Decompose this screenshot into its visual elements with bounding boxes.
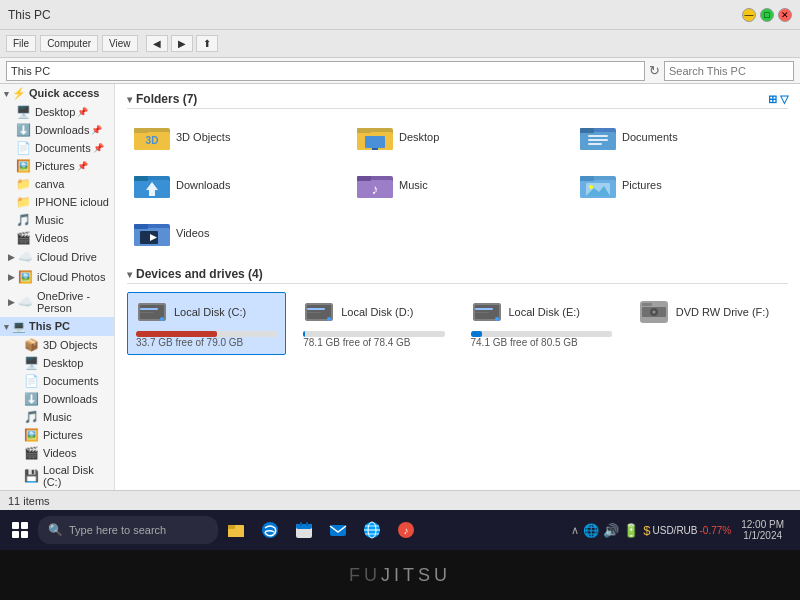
status-text: 11 items <box>8 495 50 507</box>
drive-f-icon <box>638 299 670 325</box>
taskbar-calendar[interactable] <box>288 514 320 546</box>
taskbar-tray: ∧ 🌐 🔊 🔋 $ USD/RUB -0.77% 12:00 PM 1/1/20… <box>565 519 796 541</box>
chevron-icon: ▶ <box>8 272 15 282</box>
sidebar-item-desktop[interactable]: 🖥️Desktop 📌 <box>0 103 114 121</box>
svg-rect-7 <box>365 136 385 148</box>
folder-documents[interactable]: Documents <box>573 117 788 157</box>
folder-music[interactable]: ♪ Music <box>350 165 565 205</box>
nav-forward[interactable]: ▶ <box>171 35 193 52</box>
svg-text:♪: ♪ <box>404 525 409 536</box>
ribbon-view[interactable]: View <box>102 35 138 52</box>
tray-network[interactable]: 🌐 <box>583 523 599 538</box>
sidebar-downloads-sub[interactable]: ⬇️Downloads <box>0 390 114 408</box>
sidebar-icloud-photos[interactable]: ▶ 🖼️iCloud Photos <box>0 267 114 287</box>
folder-3dobjects[interactable]: 3D 3D Objects <box>127 117 342 157</box>
drive-c[interactable]: Local Disk (C:) 33.7 GB free of 79.0 GB <box>127 292 286 355</box>
this-pc-label: 💻 This PC <box>12 320 70 333</box>
address-bar: ↻ <box>0 58 800 84</box>
sidebar-pictures-sub[interactable]: 🖼️Pictures <box>0 426 114 444</box>
sort-icon[interactable]: ⊞ ▽ <box>768 93 788 106</box>
folder-downloads[interactable]: Downloads <box>127 165 342 205</box>
chevron-icon: ▶ <box>8 297 15 307</box>
chevron-icon: ∧ <box>571 524 579 537</box>
drive-f[interactable]: DVD RW Drive (F:) <box>629 292 788 355</box>
sidebar-item-documents[interactable]: 📄Documents 📌 <box>0 139 114 157</box>
search-icon: 🔍 <box>48 523 63 537</box>
tray-sound[interactable]: 🔊 <box>603 523 619 538</box>
sidebar-item-music[interactable]: 🎵Music <box>0 211 114 229</box>
sidebar-item-pictures[interactable]: 🖼️Pictures 📌 <box>0 157 114 175</box>
address-input[interactable] <box>6 61 645 81</box>
nav-back[interactable]: ◀ <box>146 35 168 52</box>
sidebar-icloud-drive[interactable]: ▶ ☁️iCloud Drive <box>0 247 114 267</box>
taskbar-search[interactable]: 🔍 Type here to search <box>38 516 218 544</box>
currency-change: -0.77% <box>700 525 732 536</box>
folder-label: Pictures <box>622 179 662 191</box>
ribbon-file[interactable]: File <box>6 35 36 52</box>
svg-rect-50 <box>475 312 489 313</box>
folder-icon: 📁 <box>16 195 31 209</box>
tray-currency[interactable]: $ USD/RUB -0.77% <box>643 523 731 538</box>
folder-pictures[interactable]: Pictures <box>573 165 788 205</box>
sidebar-item-downloads[interactable]: ⬇️Downloads 📌 <box>0 121 114 139</box>
quick-access-header[interactable]: ▾ ⚡ Quick access <box>0 84 114 103</box>
taskbar-search-text: Type here to search <box>69 524 166 536</box>
folder-icon: 📁 <box>16 177 31 191</box>
ribbon-computer[interactable]: Computer <box>40 35 98 52</box>
sidebar-videos-sub[interactable]: 🎬Videos <box>0 444 114 462</box>
taskbar-music[interactable]: ♪ <box>390 514 422 546</box>
sidebar-item-videos[interactable]: 🎬Videos <box>0 229 114 247</box>
minimize-button[interactable]: — <box>742 8 756 22</box>
start-button[interactable] <box>4 514 36 546</box>
drive-d[interactable]: Local Disk (D:) 78.1 GB free of 78.4 GB <box>294 292 453 355</box>
cloud-icon: ☁️ <box>18 250 33 264</box>
pin-icon: 📌 <box>77 161 88 171</box>
drive-d-icon <box>303 299 335 325</box>
this-pc-header[interactable]: ▾ 💻 This PC <box>0 317 114 336</box>
documents-icon: 📄 <box>16 141 31 155</box>
tray-battery[interactable]: 🔋 <box>623 523 639 538</box>
taskbar: 🔍 Type here to search <box>0 510 800 550</box>
brand-text: FUJITSU <box>349 565 451 586</box>
svg-rect-57 <box>228 528 244 537</box>
sidebar-desktop-sub[interactable]: 🖥️Desktop <box>0 354 114 372</box>
svg-rect-17 <box>134 176 148 181</box>
drive-e[interactable]: Local Disk (E:) 74.1 GB free of 80.5 GB <box>462 292 621 355</box>
svg-rect-64 <box>330 525 346 536</box>
sidebar-documents-sub[interactable]: 📄Documents <box>0 372 114 390</box>
title-bar-controls: — □ ✕ <box>742 8 792 22</box>
sidebar-music-sub[interactable]: 🎵Music <box>0 408 114 426</box>
refresh-icon[interactable]: ↻ <box>649 63 660 78</box>
sidebar-3dobjects[interactable]: 📦3D Objects <box>0 336 114 354</box>
taskbar-mail[interactable] <box>322 514 354 546</box>
folder-documents-icon <box>580 122 616 152</box>
videos-icon: 🎬 <box>24 446 39 460</box>
folder-videos-icon <box>134 218 170 248</box>
pin-icon: 📌 <box>77 107 88 117</box>
sidebar-item-iphone-icloud[interactable]: 📁IPHONE icloud <box>0 193 114 211</box>
search-input[interactable] <box>664 61 794 81</box>
taskbar-edge[interactable] <box>254 514 286 546</box>
close-button[interactable]: ✕ <box>778 8 792 22</box>
drive-e-icon <box>471 299 503 325</box>
nav-up[interactable]: ⬆ <box>196 35 218 52</box>
title-bar: This PC — □ ✕ <box>0 0 800 30</box>
sidebar-item-canva[interactable]: 📁canva <box>0 175 114 193</box>
network-icon: 🌐 <box>583 523 599 538</box>
maximize-button[interactable]: □ <box>760 8 774 22</box>
folder-label: Music <box>399 179 428 191</box>
tray-chevron[interactable]: ∧ <box>571 524 579 537</box>
taskbar-file-manager[interactable] <box>220 514 252 546</box>
taskbar-globe[interactable] <box>356 514 388 546</box>
sidebar-onedrive[interactable]: ▶ ☁️OneDrive - Person <box>0 287 114 317</box>
sidebar-disk-c[interactable]: 💾Local Disk (C:) <box>0 462 114 490</box>
chevron-icon: ▶ <box>8 252 15 262</box>
ribbon: File Computer View ◀ ▶ ⬆ <box>0 30 800 58</box>
taskbar-clock[interactable]: 12:00 PM 1/1/2024 <box>735 519 790 541</box>
drive-d-name: Local Disk (D:) <box>341 306 413 318</box>
folder-desktop[interactable]: Desktop <box>350 117 565 157</box>
folder-videos[interactable]: Videos <box>127 213 342 253</box>
svg-rect-44 <box>307 308 325 310</box>
svg-rect-58 <box>228 525 235 529</box>
desktop-icon: 🖥️ <box>16 105 31 119</box>
